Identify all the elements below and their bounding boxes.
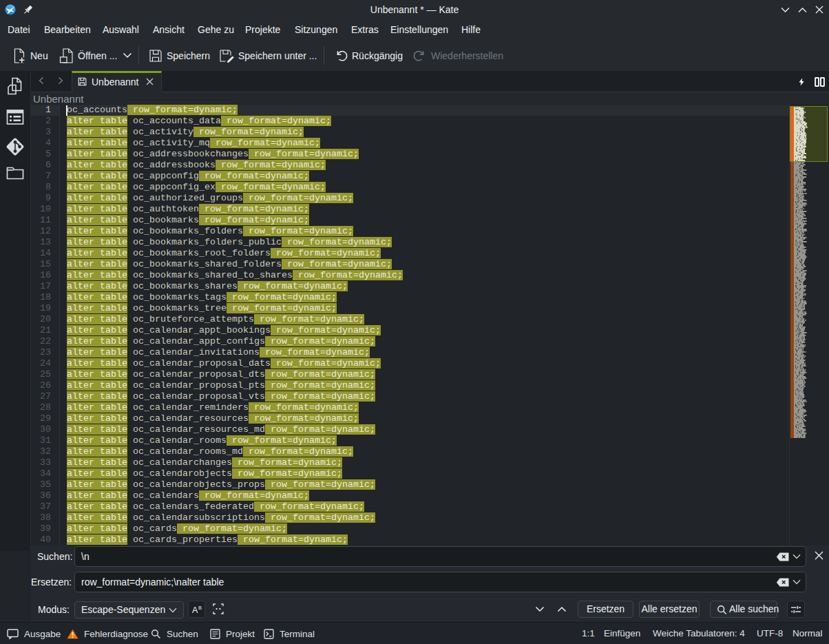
- svg-text:B: B: [198, 605, 202, 611]
- svg-text:A: A: [192, 605, 198, 615]
